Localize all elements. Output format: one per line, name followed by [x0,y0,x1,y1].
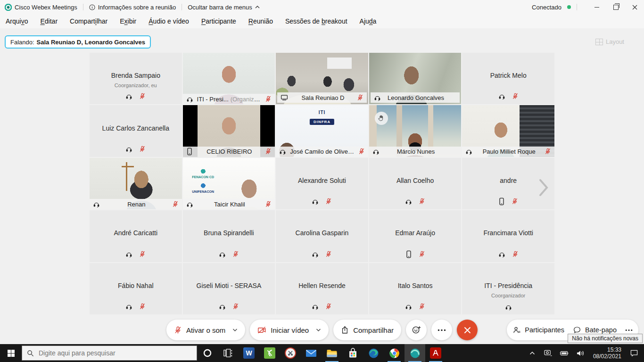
headset-icon [279,148,286,155]
mic-muted-icon [139,145,146,153]
video-options-chevron-icon[interactable] [316,328,321,332]
menu-compartilhar[interactable]: Compartilhar [70,17,107,25]
taskbar-app-chrome[interactable] [384,344,405,362]
participant-grid: Brenda SampaioCoorganizador, euITI - Pre… [90,53,554,314]
active-speaker-indicator: Falando: Sala Reuniao D, Leonardo Goncal… [5,35,151,49]
taskbar-clock[interactable]: 15:33 08/02/2021 [589,346,625,360]
more-options-button[interactable] [431,320,452,340]
participant-tile[interactable]: Renan [90,158,182,209]
cortana-button[interactable] [197,344,218,362]
unmute-button[interactable]: Ativar o som [166,320,245,340]
taskbar-app-task-view[interactable] [218,344,239,362]
participant-tile[interactable]: Italo Santos [369,263,462,314]
participant-tile[interactable]: Francimara Viotti [462,210,554,262]
headset-icon [312,303,319,310]
tray-chevron-up-icon[interactable] [525,344,539,362]
menu--udio-e-v-deo[interactable]: Áudio e vídeo [149,17,189,25]
search-input[interactable] [38,349,172,357]
participant-tile[interactable]: Carolina Gasparin [276,210,368,262]
taskbar-search[interactable] [22,346,197,361]
participant-tile[interactable]: Bruna Spirandelli [183,210,275,262]
word-icon: W [243,347,255,359]
close-icon [464,327,471,334]
participant-status-icons [90,92,182,100]
menu-reuni-o[interactable]: Reunião [248,17,273,25]
participant-tile[interactable]: ITI - Presi...(Organizador) [183,53,275,104]
next-page-chevron-icon[interactable] [537,178,550,199]
participant-tile[interactable]: ITIDINFRAJosé Camilo de Oliveira ... [276,105,368,156]
participant-tile[interactable]: Edmar Araújo [369,210,462,262]
participant-status-icons [462,250,554,258]
taskbar-app-snip[interactable] [280,344,301,362]
participant-tile[interactable]: Luiz Carlos Zancanella [90,105,182,156]
scene-logo-text: FENACON CD [192,175,214,179]
menu-exibir[interactable]: Exibir [120,17,136,25]
taskbar-app-webex[interactable] [405,344,425,362]
participants-label: Participantes [525,326,564,334]
speaking-names: Sala Reuniao D, Leonardo Goncalves [37,39,145,46]
participant-tile[interactable]: ITI - PresidênciaCoorganizador [462,263,554,314]
menu-participante[interactable]: Participante [201,17,236,25]
taskbar-app-edge[interactable] [363,344,384,362]
info-icon [89,4,95,10]
close-button[interactable] [625,0,644,14]
battery-icon[interactable] [557,344,571,362]
volume-icon[interactable] [573,344,587,362]
participant-tile[interactable]: Alexandre Soluti [276,158,368,209]
headset-icon [125,93,132,100]
participant-tile[interactable]: André Caricatti [90,210,182,262]
mic-muted-icon [358,148,365,156]
participant-tile[interactable]: Leonardo Goncalves [369,53,462,104]
unmute-options-chevron-icon[interactable] [232,328,238,332]
more-panels-button[interactable] [625,329,633,331]
participant-role-suffix: (Organizador) [231,96,263,103]
task-view-icon [223,348,233,358]
participant-tile[interactable]: Brenda SampaioCoorganizador, eu [90,53,182,104]
minimize-icon [594,7,599,8]
hide-menu-button[interactable]: Ocultar barra de menus [188,4,260,11]
menu-sess-es-de-breakout[interactable]: Sessões de breakout [285,17,347,25]
leave-meeting-button[interactable] [457,320,478,340]
start-button[interactable] [0,344,22,362]
menu-ajuda[interactable]: Ajuda [360,17,377,25]
participant-tile[interactable]: Giseli Mioti - SERASA [183,263,275,314]
participant-tile[interactable]: Fábio Nahal [90,263,182,314]
taskbar-app-word[interactable]: W [239,344,259,362]
share-button[interactable]: Compartilhar [333,320,401,340]
participant-tile[interactable]: Paulo Milliet Roque [462,105,554,156]
participant-tile[interactable]: FENACON CDUNIFENACONTaicir Khalil [183,158,275,209]
participant-label-bar: Taicir Khalil [183,199,275,209]
minimize-button[interactable] [587,0,606,14]
participant-tile[interactable]: Márcio Nunes [369,105,462,156]
participant-tile[interactable]: Hellen Resende [276,263,368,314]
participant-tile[interactable]: Patrick Melo [462,53,554,104]
headset-icon [219,303,226,310]
taskbar-app-file-explorer[interactable] [322,344,342,362]
action-center-button[interactable] [627,344,641,362]
chat-button[interactable]: Bate-papo [573,326,617,334]
mic-muted-icon [325,303,332,311]
cast-screen-icon[interactable] [541,344,555,362]
taskbar-app-acrobat[interactable] [425,344,446,362]
reactions-button[interactable] [406,320,427,340]
start-video-button[interactable]: Iniciar vídeo [250,320,329,340]
clock-time: 15:33 [593,346,621,353]
menu-arquivo[interactable]: Arquivo [6,17,28,25]
taskbar-app-store[interactable] [342,344,363,362]
participant-label-bar: Leonardo Goncalves [371,92,460,103]
restore-button[interactable] [606,0,625,14]
webex-icon [409,347,421,359]
taskbar-app-mail[interactable] [301,344,322,362]
menu-editar[interactable]: Editar [40,17,58,25]
meeting-info-button[interactable]: Informações sobre a reunião [89,4,176,11]
participant-status-icons [369,197,462,206]
layout-button[interactable]: Layout [593,38,627,46]
scene-logo-text: UNIFENACON [192,190,214,193]
taskbar-app-coreldraw[interactable] [259,344,280,362]
participant-tile[interactable]: Sala Reuniao D [276,53,368,104]
participant-name: Francimara Viotti [462,229,554,237]
participant-tile[interactable]: CELIO RIBEIRO [183,105,275,156]
participant-name: Alexandre Soluti [276,177,368,184]
participant-tile[interactable]: Allan Coelho [369,158,462,209]
participants-button[interactable]: Participantes [512,326,564,334]
